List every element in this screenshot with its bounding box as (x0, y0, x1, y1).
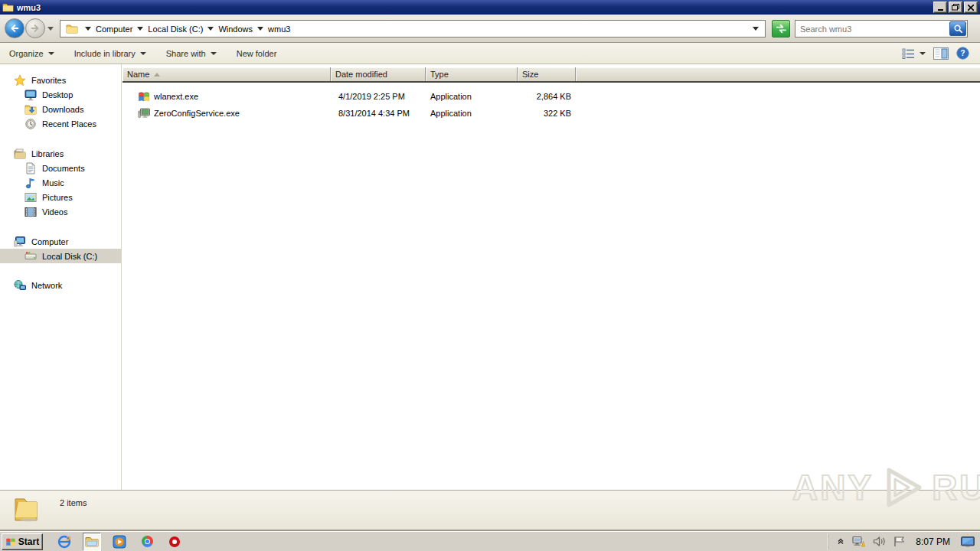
search-box (795, 20, 968, 37)
start-label: Start (18, 536, 39, 547)
title-bar: wmu3 (0, 0, 980, 15)
chevron-down-icon (48, 52, 54, 55)
network-status-icon[interactable] (851, 536, 866, 548)
breadcrumb-dropdown-icon[interactable] (85, 27, 91, 31)
sidebar-item-libraries[interactable]: Libraries (0, 146, 121, 161)
desktop-icon (24, 89, 37, 101)
column-header-type[interactable]: Type (426, 67, 518, 81)
windows-explorer-button[interactable] (83, 533, 101, 551)
column-header-name[interactable]: Name (122, 67, 331, 81)
breadcrumb-label[interactable]: wmu3 (268, 24, 290, 34)
file-date: 8/31/2014 4:34 PM (331, 109, 426, 118)
music-icon (24, 177, 37, 189)
breadcrumb-item-windows[interactable]: Windows (203, 24, 253, 34)
preview-pane-button[interactable] (933, 47, 949, 60)
internet-explorer-button[interactable] (55, 533, 74, 551)
pictures-icon (24, 191, 37, 204)
column-header-filler (576, 67, 980, 81)
chevron-down-icon (920, 52, 926, 55)
sidebar-item-computer[interactable]: Computer (0, 234, 121, 249)
column-header-date-modified[interactable]: Date modified (331, 67, 426, 81)
start-button[interactable]: Start (2, 533, 43, 550)
column-label: Type (430, 70, 449, 79)
folder-large-icon (11, 494, 41, 525)
change-view-button[interactable] (902, 48, 926, 59)
taskbar-clock[interactable]: 8:07 PM (913, 536, 953, 547)
breadcrumb-dropdown-icon[interactable] (137, 27, 143, 31)
network-section: Network (0, 278, 121, 292)
sidebar-label: Recent Places (42, 119, 96, 129)
file-name: ZeroConfigService.exe (154, 109, 240, 118)
media-player-icon (113, 535, 126, 549)
computer-icon (14, 236, 26, 248)
tray-expand-icon[interactable] (837, 538, 844, 546)
restore-button[interactable] (949, 2, 962, 13)
sidebar-item-desktop[interactable]: Desktop (0, 87, 121, 102)
quick-launch (55, 533, 184, 551)
help-button[interactable]: ? (956, 47, 969, 60)
file-size: 322 KB (518, 109, 576, 118)
breadcrumb-dropdown-icon[interactable] (257, 27, 263, 31)
breadcrumb[interactable]: Computer Local Disk (C:) Windows wmu3 (60, 20, 766, 37)
search-input[interactable] (795, 24, 949, 34)
file-row-zeroconfigservice[interactable]: ZeroConfigService.exe 8/31/2014 4:34 PM … (122, 105, 980, 122)
chrome-button[interactable] (138, 533, 156, 551)
organize-menu[interactable]: Organize (9, 49, 54, 58)
breadcrumb-label[interactable]: Computer (96, 24, 132, 34)
close-icon (968, 5, 974, 11)
breadcrumb-label[interactable]: Windows (218, 24, 253, 34)
chevron-down-icon (140, 52, 146, 55)
breadcrumb-item-wmu3[interactable]: wmu3 (253, 24, 290, 34)
breadcrumb-dropdown-icon[interactable] (207, 27, 214, 31)
sidebar-item-pictures[interactable]: Pictures (0, 190, 121, 204)
breadcrumb-folder-icon (66, 24, 78, 34)
refresh-button[interactable] (772, 20, 790, 37)
new-folder-label: New folder (237, 49, 277, 58)
close-button[interactable] (964, 2, 978, 13)
breadcrumb-item-local-disk[interactable]: Local Disk (C:) (132, 24, 203, 34)
column-label: Name (127, 70, 149, 79)
volume-icon[interactable] (873, 536, 886, 547)
sidebar-label: Computer (31, 237, 68, 246)
opera-button[interactable] (165, 533, 184, 551)
sidebar-label: Network (31, 281, 62, 290)
minimize-button[interactable] (933, 2, 947, 13)
media-player-button[interactable] (110, 533, 129, 551)
include-in-library-menu[interactable]: Include in library (74, 49, 146, 58)
back-button[interactable] (5, 18, 24, 38)
sidebar-item-favorites[interactable]: Favorites (0, 73, 121, 87)
chevron-down-icon (211, 52, 217, 55)
breadcrumb-label[interactable]: Local Disk (C:) (148, 24, 203, 34)
recent-pages-dropdown[interactable] (47, 27, 54, 31)
address-history-dropdown[interactable] (753, 27, 759, 31)
breadcrumb-item-computer[interactable]: Computer (80, 24, 132, 34)
forward-button[interactable] (25, 18, 45, 38)
file-date: 4/1/2019 2:25 PM (331, 92, 426, 101)
taskbar: Start (0, 531, 980, 551)
search-icon (953, 24, 963, 34)
sidebar-item-music[interactable]: Music (0, 175, 121, 190)
sidebar-label: Videos (42, 207, 67, 217)
display-tray-icon[interactable] (960, 536, 975, 548)
views-icon (902, 48, 916, 59)
sort-ascending-icon (154, 73, 160, 77)
computer-section: Computer Local Disk (C:) (0, 234, 121, 263)
file-rows: wlanext.exe 4/1/2019 2:25 PM Application… (122, 88, 980, 122)
item-count: 2 items (60, 498, 87, 507)
sidebar-item-documents[interactable]: Documents (0, 161, 121, 175)
include-in-library-label: Include in library (74, 49, 136, 58)
column-header-size[interactable]: Size (518, 67, 576, 81)
search-button[interactable] (949, 21, 966, 36)
windows-start-icon (5, 536, 16, 547)
sidebar-item-videos[interactable]: Videos (0, 204, 121, 219)
sidebar-label: Local Disk (C:) (42, 252, 97, 261)
sidebar-item-network[interactable]: Network (0, 278, 121, 292)
network-icon (14, 279, 26, 292)
sidebar-item-recent-places[interactable]: Recent Places (0, 116, 121, 131)
file-row-wlanext[interactable]: wlanext.exe 4/1/2019 2:25 PM Application… (122, 88, 980, 105)
sidebar-item-local-disk-c[interactable]: Local Disk (C:) (0, 249, 121, 263)
action-center-flag-icon[interactable] (893, 536, 906, 547)
sidebar-item-downloads[interactable]: Downloads (0, 102, 121, 116)
new-folder-button[interactable]: New folder (237, 49, 277, 58)
share-with-menu[interactable]: Share with (166, 49, 217, 58)
